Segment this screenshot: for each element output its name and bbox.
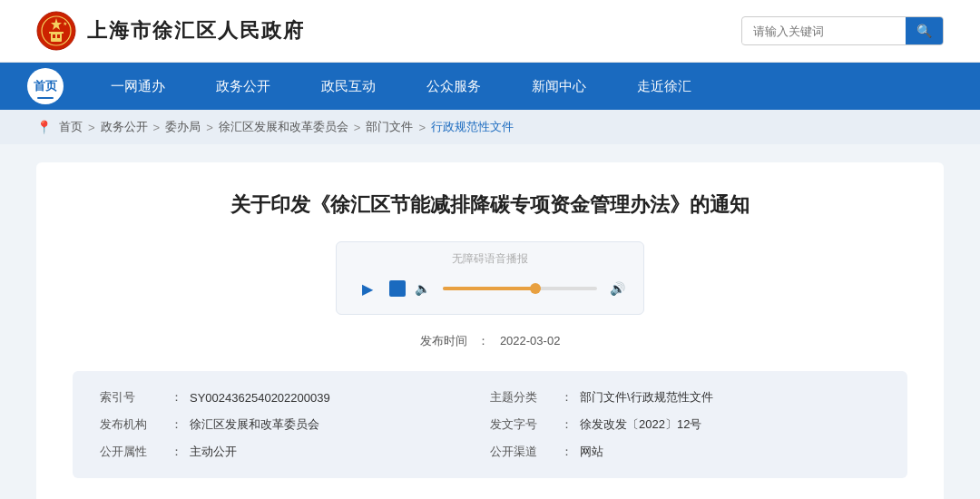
header: 上海市徐汇区人民政府 🔍: [0, 0, 980, 63]
info-label-index: 索引号: [100, 389, 163, 406]
info-row-index: 索引号 ： SY0024362540202200039: [100, 389, 490, 406]
breadcrumb-home[interactable]: 首页: [59, 119, 83, 135]
info-card: 索引号 ： SY0024362540202200039 主题分类 ： 部门文件\…: [73, 371, 907, 478]
info-row-opentype: 公开属性 ： 主动公开: [100, 444, 490, 460]
nav-item-zjxh[interactable]: 走近徐汇: [612, 63, 717, 110]
nav-item-zmhd[interactable]: 政民互动: [296, 63, 401, 110]
volume-high-icon: 🔊: [610, 281, 625, 296]
government-emblem: [36, 11, 76, 51]
nav-item-gzfw[interactable]: 公众服务: [401, 63, 506, 110]
audio-player: 无障碍语音播报 ▶ 🔈 🔊: [336, 241, 644, 315]
svg-rect-6: [57, 34, 60, 38]
audio-play-button[interactable]: ▶: [355, 276, 380, 301]
info-row-docnum: 发文字号 ： 徐发改发〔2022〕12号: [490, 416, 880, 433]
svg-point-0: [37, 12, 75, 50]
content-card: 关于印发《徐汇区节能减排降碳专项资金管理办法》的通知 无障碍语音播报 ▶ 🔈 🔊…: [36, 162, 944, 499]
audio-progress-bar[interactable]: [443, 287, 597, 290]
main-content: 关于印发《徐汇区节能减排降碳专项资金管理办法》的通知 无障碍语音播报 ▶ 🔈 🔊…: [0, 144, 980, 499]
page-title: 关于印发《徐汇区节能减排降碳专项资金管理办法》的通知: [73, 190, 907, 220]
info-value-index: SY0024362540202200039: [190, 391, 330, 405]
site-title: 上海市徐汇区人民政府: [87, 17, 305, 44]
breadcrumb-committee[interactable]: 徐汇区发展和改革委员会: [219, 119, 348, 135]
location-icon: 📍: [36, 120, 52, 134]
info-label-docnum: 发文字号: [490, 416, 554, 433]
info-label-issuer: 发布机构: [100, 416, 163, 433]
info-value-theme: 部门文件\行政规范性文件: [580, 389, 713, 406]
nav-home-button[interactable]: 首页: [27, 68, 64, 104]
audio-progress-fill: [443, 287, 535, 290]
info-label-channel: 公开渠道: [490, 444, 554, 460]
pub-date-label: 发布时间: [420, 334, 467, 347]
info-label-theme: 主题分类: [490, 389, 554, 406]
info-value-issuer: 徐汇区发展和改革委员会: [190, 416, 319, 433]
logo-area: 上海市徐汇区人民政府: [36, 11, 305, 51]
breadcrumb-bmwj[interactable]: 部门文件: [366, 119, 413, 135]
nav-item-zwgk[interactable]: 政务公开: [191, 63, 296, 110]
search-button[interactable]: 🔍: [906, 17, 943, 44]
breadcrumb: 📍 首页 > 政务公开 > 委办局 > 徐汇区发展和改革委员会 > 部门文件 >…: [0, 110, 980, 144]
breadcrumb-zwgk[interactable]: 政务公开: [101, 119, 148, 135]
nav-item-ywtb[interactable]: 一网通办: [85, 63, 191, 110]
search-input[interactable]: [742, 19, 906, 44]
svg-rect-4: [51, 33, 62, 42]
info-row-theme: 主题分类 ： 部门文件\行政规范性文件: [490, 389, 880, 406]
volume-low-icon: 🔈: [415, 281, 430, 296]
audio-stop-button[interactable]: [389, 280, 406, 297]
search-box[interactable]: 🔍: [741, 16, 944, 45]
publish-date-row: 发布时间 ： 2022-03-02: [73, 333, 907, 349]
info-row-channel: 公开渠道 ： 网站: [490, 444, 880, 460]
info-value-opentype: 主动公开: [190, 444, 237, 460]
info-value-docnum: 徐发改发〔2022〕12号: [580, 416, 701, 433]
breadcrumb-wbj[interactable]: 委办局: [165, 119, 201, 135]
breadcrumb-current: 行政规范性文件: [431, 119, 514, 135]
pub-date-value: 2022-03-02: [500, 334, 561, 347]
nav-item-xwzx[interactable]: 新闻中心: [506, 63, 612, 110]
audio-controls: ▶ 🔈 🔊: [355, 276, 625, 301]
svg-rect-5: [53, 34, 55, 38]
info-label-opentype: 公开属性: [100, 444, 163, 460]
audio-label: 无障碍语音播报: [355, 251, 625, 267]
info-row-issuer: 发布机构 ： 徐汇区发展和改革委员会: [100, 416, 490, 433]
pub-date-sep: ：: [477, 334, 489, 347]
main-nav: 首页 一网通办 政务公开 政民互动 公众服务 新闻中心 走近徐汇: [0, 63, 980, 110]
info-value-channel: 网站: [580, 444, 603, 460]
svg-rect-7: [49, 32, 64, 34]
